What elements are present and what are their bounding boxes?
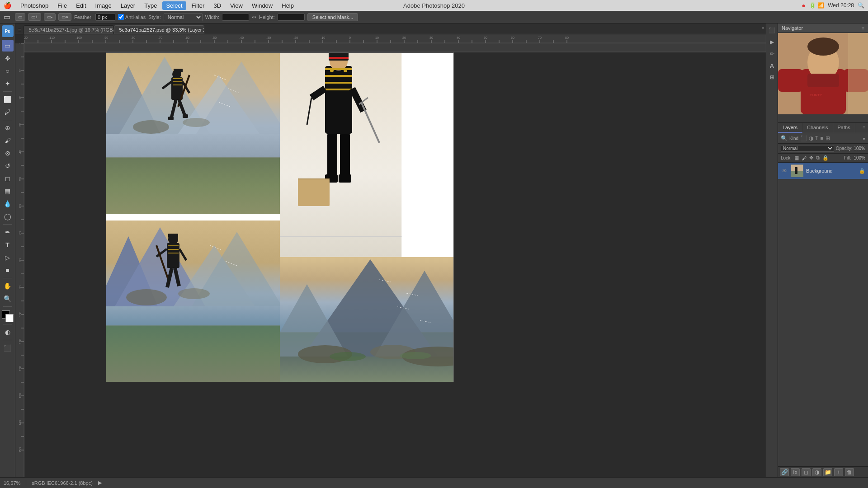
tab-collapse-btn[interactable]: ≡ [15, 26, 24, 34]
hand-tool[interactable]: ✋ [2, 280, 14, 292]
menu-window[interactable]: Window [248, 1, 276, 10]
layer-new-btn[interactable]: + [834, 468, 843, 476]
layer-style-btn[interactable]: fx [791, 468, 800, 476]
width-input[interactable] [222, 14, 249, 21]
quick-mask-tool[interactable]: ◐ [2, 326, 14, 338]
menu-view[interactable]: View [226, 1, 246, 10]
canvas-area[interactable]: -120-110-100-90-80-70-60-50-40-30-20-100… [15, 34, 766, 477]
svg-rect-121 [174, 69, 183, 72]
height-input[interactable] [278, 14, 305, 21]
layer-background-row[interactable]: 👁 Background 🔒 [778, 163, 868, 179]
ruler-top-svg: -120-110-100-90-80-70-60-50-40-30-20-100… [24, 34, 766, 43]
gradient-tool[interactable]: ▦ [2, 185, 14, 197]
pen-tool[interactable]: ✒ [2, 226, 14, 238]
menu-image[interactable]: Image [92, 1, 115, 10]
eraser-tool[interactable]: ◻ [2, 173, 14, 184]
filter-adjust-icon[interactable]: ◑ [809, 135, 813, 141]
tabs-collapse[interactable]: » [761, 25, 764, 30]
filter-shape-icon[interactable]: ■ [820, 135, 823, 141]
menu-layer[interactable]: Layer [117, 1, 139, 10]
anti-alias-checkbox[interactable] [118, 14, 124, 20]
menu-edit[interactable]: Edit [72, 1, 90, 10]
status-arrow[interactable]: ▶ [98, 480, 102, 486]
svg-rect-143 [329, 57, 349, 59]
crop-tool[interactable]: ⬜ [2, 94, 14, 105]
menu-photoshop[interactable]: Photoshop [17, 1, 52, 10]
color-swatch[interactable] [2, 310, 14, 322]
tab-0[interactable]: 5e3a741ba2527-1.jpg @ 16,7% (RGB/8) ✕ [24, 25, 114, 34]
apple-menu[interactable]: 🍎 [4, 2, 11, 9]
layer-adjustment-btn[interactable]: ◑ [812, 468, 821, 476]
search-icon[interactable]: 🔍 [858, 2, 864, 9]
layer-link-btn[interactable]: 🔗 [780, 468, 789, 476]
dodge-tool[interactable]: ◯ [2, 211, 14, 222]
layer-delete-btn[interactable]: 🗑 [845, 468, 854, 476]
mini-btn-3[interactable]: ✏ [767, 49, 777, 59]
magic-wand-tool[interactable]: ✦ [2, 78, 14, 89]
svg-text:0: 0 [19, 43, 22, 44]
mini-btn-2[interactable]: ▶ [767, 37, 777, 47]
select-mask-button[interactable]: Select and Mask... [307, 13, 359, 21]
tool-separator-3 [3, 224, 12, 225]
filter-pixel-icon[interactable]: ⬛ [800, 135, 807, 141]
svg-text:CHRTY: CHRTY [810, 93, 822, 97]
swap-icon[interactable]: ⇔ [252, 14, 256, 20]
feather-input[interactable] [95, 14, 115, 21]
fill-value[interactable]: 100% [854, 155, 865, 160]
opacity-value[interactable]: 100% [854, 146, 865, 151]
filter-text-icon[interactable]: T [815, 135, 818, 141]
blend-mode-select[interactable]: Normal Dissolve Multiply Screen Overlay [781, 145, 834, 152]
eyedropper-tool[interactable]: 🖊 [2, 106, 14, 118]
mini-btn-1[interactable]: ⬛ [767, 25, 777, 35]
screen-mode-tool[interactable]: ⬛ [2, 342, 14, 354]
lasso-tool[interactable]: ○ [2, 65, 14, 77]
subtract-selection-btn[interactable]: ▭- [44, 13, 56, 21]
healing-brush-tool[interactable]: ⊕ [2, 122, 14, 134]
rectangular-marquee-tool[interactable]: ▭ [2, 40, 14, 52]
tabs-container: ≡ 5e3a741ba2527-1.jpg @ 16,7% (RGB/8) ✕ … [15, 23, 766, 34]
lock-artboard-icon[interactable]: ⧉ [816, 155, 820, 161]
menu-3d[interactable]: 3D [210, 1, 225, 10]
lock-position-icon[interactable]: ✥ [809, 155, 813, 161]
tab-1[interactable]: 5e3a741ba2527.psd @ 33,3% (Layer 2, RGB/… [114, 25, 204, 34]
lock-all-icon[interactable]: 🔒 [822, 155, 829, 161]
filter-smart-icon[interactable]: ⊞ [826, 135, 830, 141]
layers-tab-layers[interactable]: Layers [778, 123, 802, 133]
mini-btn-5[interactable]: ⊞ [767, 72, 777, 82]
menu-filter[interactable]: Filter [188, 1, 208, 10]
new-selection-btn[interactable]: ▭ [15, 13, 25, 21]
layers-blend-row: Normal Dissolve Multiply Screen Overlay … [778, 144, 868, 154]
history-brush-tool[interactable]: ↺ [2, 160, 14, 172]
shape-tool[interactable]: ■ [2, 264, 14, 276]
layers-tab-channels[interactable]: Channels [802, 123, 833, 133]
layers-tab-paths[interactable]: Paths [833, 123, 855, 133]
add-selection-btn[interactable]: ▭+ [28, 13, 41, 21]
navigator-menu[interactable]: ≡ [862, 25, 864, 31]
text-tool[interactable]: T [2, 239, 14, 251]
svg-text:80: 80 [19, 258, 22, 262]
menu-help[interactable]: Help [278, 1, 297, 10]
filter-toggle[interactable]: ● [863, 136, 865, 141]
blur-tool[interactable]: 💧 [2, 198, 14, 210]
menu-file[interactable]: File [54, 1, 71, 10]
layers-panel-menu[interactable]: ≡ [860, 123, 868, 133]
layer-mask-btn[interactable]: ◻ [802, 468, 811, 476]
canvas-content[interactable]: // Will be generated via JS [24, 43, 766, 477]
layer-group-btn[interactable]: 📁 [823, 468, 832, 476]
path-select-tool[interactable]: ▷ [2, 252, 14, 263]
tool-separator-1 [3, 91, 12, 92]
menu-type[interactable]: Type [141, 1, 160, 10]
move-tool[interactable]: ✥ [2, 52, 14, 64]
svg-rect-138 [402, 52, 454, 257]
document-canvas[interactable] [106, 52, 454, 382]
brush-tool[interactable]: 🖌 [2, 135, 14, 146]
intersect-selection-btn[interactable]: ▭× [58, 13, 71, 21]
mini-btn-4[interactable]: A [767, 61, 777, 70]
style-select[interactable]: Normal Fixed Ratio Fixed Size [164, 13, 203, 21]
clone-stamp-tool[interactable]: ⊗ [2, 147, 14, 159]
layer-visibility-icon[interactable]: 👁 [781, 168, 788, 174]
lock-image-icon[interactable]: 🖌 [802, 155, 807, 161]
lock-transparent-icon[interactable]: ▦ [794, 155, 799, 161]
zoom-tool[interactable]: 🔍 [2, 293, 14, 305]
menu-select[interactable]: Select [162, 1, 186, 10]
